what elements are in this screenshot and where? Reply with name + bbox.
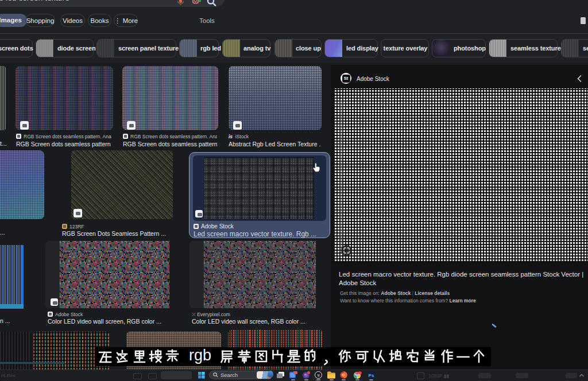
svg-text:u: u (318, 372, 320, 378)
svg-text:Ps: Ps (369, 373, 374, 378)
